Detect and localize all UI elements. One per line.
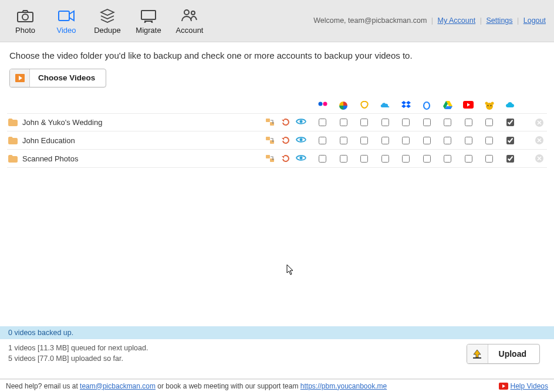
- folder-row: John Education: [7, 131, 547, 150]
- tab-dedupe-label: Dedupe: [94, 26, 121, 35]
- service-checkbox[interactable]: [444, 137, 451, 144]
- reassign-button[interactable]: [266, 136, 275, 145]
- service-checkbox[interactable]: [465, 137, 472, 144]
- help-videos-link[interactable]: Help Videos: [511, 382, 549, 390]
- instruction-text: Choose the video folder you'd like to ba…: [0, 42, 554, 66]
- upload-label: Upload: [488, 344, 539, 363]
- service-header-box[interactable]: [417, 101, 438, 110]
- service-checkbox[interactable]: [402, 155, 410, 163]
- youtube-icon: [499, 383, 508, 390]
- camera-icon: [16, 7, 34, 25]
- service-checkbox[interactable]: [444, 119, 451, 126]
- svg-rect-2: [59, 11, 69, 21]
- service-checkbox[interactable]: [485, 137, 493, 144]
- logout-link[interactable]: Logout: [523, 16, 546, 25]
- reset-button[interactable]: [281, 154, 290, 163]
- service-header-dropbox[interactable]: [396, 101, 417, 110]
- service-checkbox[interactable]: [506, 155, 514, 163]
- settings-link[interactable]: Settings: [486, 16, 512, 25]
- service-header-google-photos[interactable]: [333, 101, 354, 110]
- service-checkbox[interactable]: [340, 137, 347, 144]
- service-header-bear[interactable]: [479, 101, 500, 110]
- smugmug-icon: [360, 101, 369, 110]
- service-checkbox[interactable]: [340, 119, 347, 126]
- service-header-flickr[interactable]: [312, 101, 333, 110]
- service-header-google-drive[interactable]: [437, 101, 458, 110]
- service-checkbox[interactable]: [506, 137, 514, 144]
- svg-rect-21: [266, 155, 270, 158]
- dedupe-icon: [100, 7, 115, 25]
- status-queued: 1 videos [11.3 MB] queued for next uploa…: [8, 344, 148, 352]
- reassign-button[interactable]: [266, 118, 275, 127]
- folder-row: Scanned Photos: [7, 150, 547, 168]
- tab-dedupe[interactable]: Dedupe: [87, 0, 128, 42]
- service-checkbox[interactable]: [381, 137, 389, 144]
- status-uploaded: 5 videos [77.0 MB] uploaded so far.: [8, 354, 148, 363]
- preview-button[interactable]: [296, 154, 306, 163]
- folder-name[interactable]: John & Yuko's Wedding: [22, 118, 102, 127]
- preview-button[interactable]: [296, 136, 306, 145]
- svg-rect-3: [141, 11, 156, 19]
- folder-grid: John & Yuko's WeddingJohn EducationScann…: [7, 98, 547, 168]
- service-checkbox[interactable]: [423, 137, 431, 144]
- footer-help-book[interactable]: https://pbm.youcanbook.me: [300, 382, 387, 390]
- service-checkbox[interactable]: [465, 155, 472, 163]
- service-checkbox[interactable]: [381, 119, 389, 126]
- service-checkbox[interactable]: [360, 155, 368, 163]
- tab-migrate[interactable]: Migrate: [128, 0, 169, 42]
- reassign-button[interactable]: [266, 154, 275, 163]
- service-checkbox[interactable]: [360, 119, 368, 126]
- remove-folder-button[interactable]: [535, 136, 543, 144]
- choose-videos-label: Choose Videos: [30, 69, 106, 87]
- tab-account[interactable]: Account: [169, 0, 210, 42]
- folder-icon: [8, 137, 18, 144]
- service-checkbox[interactable]: [319, 155, 326, 163]
- service-checkbox[interactable]: [381, 155, 389, 163]
- pcloud-icon: [505, 101, 515, 110]
- service-checkbox[interactable]: [465, 119, 472, 126]
- service-checkbox[interactable]: [402, 137, 410, 144]
- service-checkbox[interactable]: [319, 119, 326, 126]
- remove-folder-button[interactable]: [535, 119, 543, 127]
- cursor-icon: [286, 264, 295, 276]
- tab-video[interactable]: Video: [46, 0, 87, 42]
- service-checkbox[interactable]: [485, 119, 493, 126]
- service-checkbox[interactable]: [360, 137, 368, 144]
- service-checkbox[interactable]: [402, 119, 410, 126]
- service-header-pcloud[interactable]: [500, 101, 521, 110]
- service-checkbox[interactable]: [423, 119, 431, 126]
- welcome-text: Welcome, team@picbackman.com: [313, 16, 427, 25]
- footer-help-email[interactable]: team@picbackman.com: [80, 382, 156, 390]
- flickr-icon: [318, 101, 327, 110]
- service-checkbox[interactable]: [485, 155, 493, 163]
- reset-button[interactable]: [281, 118, 290, 127]
- svg-point-1: [22, 14, 28, 20]
- tab-migrate-label: Migrate: [136, 26, 161, 35]
- footer-help-mid: or book a web meeting with our support t…: [157, 382, 300, 390]
- account-icon: [181, 7, 198, 25]
- my-account-link[interactable]: My Account: [438, 16, 476, 25]
- service-header-youtube[interactable]: [458, 101, 479, 110]
- folder-name[interactable]: Scanned Photos: [22, 154, 78, 163]
- google-photos-icon: [339, 101, 348, 110]
- svg-point-11: [485, 102, 488, 105]
- tab-photo[interactable]: Photo: [5, 0, 46, 42]
- folder-name[interactable]: John Education: [22, 136, 75, 145]
- service-checkbox[interactable]: [319, 137, 326, 144]
- preview-button[interactable]: [296, 118, 306, 127]
- folder-row: John & Yuko's Wedding: [7, 113, 547, 131]
- svg-rect-19: [270, 140, 274, 144]
- service-checkbox[interactable]: [506, 119, 514, 126]
- reset-button[interactable]: [281, 136, 290, 145]
- service-checkbox[interactable]: [340, 155, 347, 163]
- service-header-smugmug[interactable]: [354, 101, 375, 110]
- video-icon: [58, 7, 75, 25]
- choose-videos-button[interactable]: Choose Videos: [9, 69, 106, 87]
- service-checkbox[interactable]: [444, 155, 451, 163]
- upload-button[interactable]: Upload: [467, 344, 540, 364]
- remove-folder-button[interactable]: [535, 154, 543, 163]
- main-toolbar: Photo Video Dedupe Migrate A: [0, 0, 554, 42]
- service-checkbox[interactable]: [423, 155, 431, 163]
- service-header-onedrive[interactable]: [375, 101, 396, 110]
- svg-point-20: [300, 138, 303, 141]
